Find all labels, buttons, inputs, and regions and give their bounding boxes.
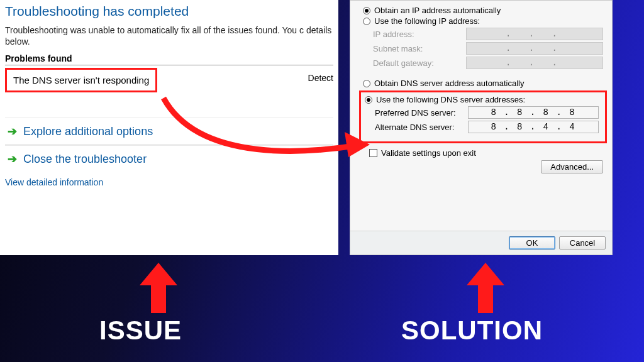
option-close-troubleshooter[interactable]: ➔ Close the troubleshooter [5, 145, 333, 172]
cancel-button[interactable]: Cancel [559, 236, 606, 250]
ipv4-properties-dialog: Obtain an IP address automatically Use t… [350, 0, 613, 255]
troubleshooter-description: Troubleshooting was unable to automatica… [5, 25, 333, 47]
radio-icon [365, 96, 372, 104]
annotation-arrow-issue [140, 263, 177, 313]
option-label: Explore additional options [23, 125, 153, 138]
advanced-button[interactable]: Advanced... [541, 160, 603, 173]
radio-icon [363, 7, 370, 14]
radio-obtain-ip-auto[interactable]: Obtain an IP address automatically [363, 6, 603, 15]
radio-label: Obtain DNS server address automatically [374, 79, 524, 88]
arrow-right-icon: ➔ [8, 152, 17, 166]
default-gateway-input: . . . [466, 57, 603, 69]
caption-issue: ISSUE [99, 315, 182, 346]
radio-label: Use the following DNS server addresses: [376, 95, 525, 104]
radio-label: Use the following IP address: [374, 16, 480, 26]
preferred-dns-input[interactable]: 8 . 8 . 8 . 8 [468, 106, 599, 119]
caption-solution: SOLUTION [401, 315, 543, 346]
ip-address-label: IP address: [373, 30, 466, 39]
troubleshooter-window: Troubleshooting has completed Troublesho… [0, 0, 338, 255]
checkbox-icon [369, 149, 377, 157]
problem-status-detected: Detect [308, 68, 333, 83]
troubleshooter-title: Troubleshooting has completed [5, 4, 333, 19]
svg-marker-2 [467, 263, 504, 313]
validate-settings-checkbox[interactable]: Validate settings upon exit [369, 148, 603, 158]
option-explore-additional[interactable]: ➔ Explore additional options [5, 118, 333, 145]
svg-marker-1 [140, 263, 177, 313]
radio-use-following-ip[interactable]: Use the following IP address: [363, 16, 603, 26]
annotation-arrow-solution [467, 263, 504, 313]
dialog-footer: OK Cancel [350, 231, 612, 255]
problems-found-header: Problems found [5, 53, 333, 65]
subnet-mask-input: . . . [466, 42, 603, 55]
dns-settings-highlight: Use the following DNS server addresses: … [359, 90, 607, 143]
radio-obtain-dns-auto[interactable]: Obtain DNS server address automatically [363, 79, 603, 88]
alternate-dns-label: Alternate DNS server: [375, 123, 468, 132]
option-label: Close the troubleshooter [23, 153, 147, 166]
problem-dns-not-responding: The DNS server isn't responding [5, 68, 157, 92]
radio-label: Obtain an IP address automatically [374, 6, 501, 15]
radio-icon [363, 80, 370, 87]
subnet-mask-label: Subnet mask: [373, 44, 466, 53]
ip-address-input: . . . [466, 28, 603, 40]
view-detailed-info-link[interactable]: View detailed information [5, 177, 103, 187]
alternate-dns-input[interactable]: 8 . 8 . 4 . 4 [468, 121, 599, 133]
ok-button[interactable]: OK [509, 236, 555, 250]
arrow-right-icon: ➔ [8, 124, 17, 138]
default-gateway-label: Default gateway: [373, 58, 466, 68]
radio-icon [363, 18, 370, 25]
checkbox-label: Validate settings upon exit [381, 148, 476, 158]
preferred-dns-label: Preferred DNS server: [375, 108, 468, 118]
radio-use-following-dns[interactable]: Use the following DNS server addresses: [365, 95, 599, 104]
